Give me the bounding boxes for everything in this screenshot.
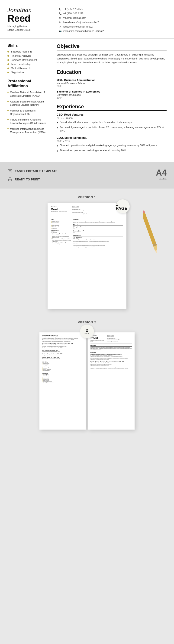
edit-icon xyxy=(8,169,13,174)
page1-badge: 1 PAGE xyxy=(116,200,130,213)
mini-body: Skills Strategic Planning Financial Anal… xyxy=(51,218,123,248)
skill-dot xyxy=(8,68,9,69)
v2-mini-header: Jonathan Reed Managing Partner, Stone Ca… xyxy=(91,335,132,344)
affiliation-dot xyxy=(8,101,9,102)
twitter-item: ✕ twitter.com/jonathan_reed2 xyxy=(58,25,166,28)
affiliation-dot xyxy=(8,119,9,120)
version1-label: VERSION 1 xyxy=(8,196,166,199)
skill-dot xyxy=(8,64,9,65)
version1-preview-wrap: 1 PAGE Jonathan Reed Managing Partner, S… xyxy=(8,203,166,309)
affiliation-item: Fellow, Institute of Chartered Financial… xyxy=(8,118,47,125)
skill-item: Market Research xyxy=(8,67,47,70)
skill-item: Negotiation xyxy=(8,71,47,74)
affiliation-dot xyxy=(8,110,9,111)
version2-label: VERSION 2 xyxy=(8,320,166,324)
skills-title: Skills xyxy=(8,43,47,48)
mini-contact-block: +1 (555) 123-4567 +1 (920) 205-6275 your… xyxy=(72,206,123,215)
objective-text: Entrepreneur and business strategist wit… xyxy=(57,53,166,64)
experience-section: Experience CEO, Reed Ventures 2012 - Pre… xyxy=(57,104,166,153)
version2-section: VERSION 2 2 PAGE Professional Affiliatio… xyxy=(0,316,174,439)
affiliation-item: Member, Entrepreneurs' Organization (EO) xyxy=(8,109,47,116)
twitter-icon: ✕ xyxy=(58,25,62,28)
version1-preview: 1 PAGE Jonathan Reed Managing Partner, S… xyxy=(48,203,126,309)
skill-dot xyxy=(8,72,9,73)
mini-name-block: Jonathan Reed Managing Partner, Stone Ca… xyxy=(51,206,72,215)
skill-item: Strategic Planning xyxy=(8,50,47,53)
skill-item: Team Leadership xyxy=(8,63,47,66)
skill-dot xyxy=(8,55,9,57)
bullet-dot: ● xyxy=(57,144,58,148)
exp-bullet: ● Streamlined processes, reducing operat… xyxy=(57,149,166,153)
exp-entry-1: CEO, Reed Ventures 2012 - Present ● Foun… xyxy=(57,113,166,133)
a4-badge: A4 SIZE xyxy=(156,169,166,181)
bullet-dot: ● xyxy=(57,126,58,133)
phone-icon: 📞 xyxy=(58,8,62,11)
linkedin-item: in linkedin.com/in/jonathanreedbiz2 xyxy=(58,20,166,24)
title-line: Managing Partner, Stone Capital Group xyxy=(8,25,54,32)
exp-bullet: ● Founded and led a venture capital firm… xyxy=(57,120,166,125)
skills-section: Skills Strategic Planning Financial Anal… xyxy=(8,43,47,74)
instagram-item: 📷 instagram.com/jonathanreed_official2 xyxy=(58,30,166,32)
badges-section: EASILY EDITABLE TEMPLATE READY TO PRINT … xyxy=(0,162,174,188)
resume-body: Skills Strategic Planning Financial Anal… xyxy=(0,39,174,162)
bullet-dot: ● xyxy=(57,121,58,125)
affiliation-dot xyxy=(8,128,9,129)
resume-header: Jonathan Reed Managing Partner, Stone Ca… xyxy=(0,0,174,39)
edu-entry-2: Bachelor of Science in Economics Univers… xyxy=(57,90,166,99)
editable-badge: EASILY EDITABLE TEMPLATE xyxy=(8,169,147,174)
education-title: Education xyxy=(57,69,166,76)
linkedin-icon: in xyxy=(58,20,62,24)
phone2-item: 📞 +1 (920) 205-6275 xyxy=(58,12,166,15)
resume-left-col: Skills Strategic Planning Financial Anal… xyxy=(0,43,51,162)
version1-section: VERSION 1 1 PAGE Jonathan xyxy=(0,188,174,316)
email-icon: ✉ xyxy=(58,16,62,20)
exp-entry-2: COO, MarketMinds Inc. 2008 - 2012 ● Dire… xyxy=(57,136,166,153)
name-script: Jonathan xyxy=(8,6,54,14)
bullet-dot: ● xyxy=(57,149,58,153)
version2-preview-wrap: 2 PAGE Professional Affiliations Managin… xyxy=(8,328,166,430)
svg-rect-7 xyxy=(143,210,157,248)
experience-title: Experience xyxy=(57,104,166,111)
name-bold: Reed xyxy=(8,14,54,23)
name-block: Jonathan Reed Managing Partner, Stone Ca… xyxy=(8,6,58,34)
objective-title: Objective xyxy=(57,43,166,50)
phone2-icon: 📞 xyxy=(58,12,62,15)
badge-row: EASILY EDITABLE TEMPLATE READY TO PRINT xyxy=(8,169,147,182)
print-icon xyxy=(8,177,13,182)
exp-bullet: ● Directed operations for a digital mark… xyxy=(57,144,166,148)
mini-left: Skills Strategic Planning Financial Anal… xyxy=(51,218,72,248)
mini-header: Jonathan Reed Managing Partner, Stone Ca… xyxy=(51,206,123,216)
affiliations-title: ProfessionalAffiliations xyxy=(8,79,47,88)
contact-block: 📞 +1 (555) 123-4567 📞 +1 (920) 205-6275 … xyxy=(58,6,166,34)
page2-badge: 2 PAGE xyxy=(80,324,94,338)
skill-dot xyxy=(8,59,9,61)
skill-item: Financial Analysis xyxy=(8,54,47,57)
resume-card: Jonathan Reed Managing Partner, Stone Ca… xyxy=(0,0,174,162)
contact-col-1: 📞 +1 (555) 123-4567 📞 +1 (920) 205-6275 … xyxy=(58,8,166,34)
skill-dot xyxy=(8,51,9,52)
education-section: Education MBA, Business Administration H… xyxy=(57,69,166,99)
affiliations-section: ProfessionalAffiliations Member, Nationa… xyxy=(8,79,47,134)
instagram-icon: 📷 xyxy=(58,30,62,32)
affiliation-item: Member, National Association of Corporat… xyxy=(8,91,47,98)
mini-resume-v1: Jonathan Reed Managing Partner, Stone Ca… xyxy=(51,206,123,248)
affiliation-item: Advisory Board Member, Global Business L… xyxy=(8,100,47,107)
phone1-item: 📞 +1 (555) 123-4567 xyxy=(58,8,166,11)
v2-page-left: Professional Affiliations Managing Partn… xyxy=(39,332,86,430)
v2-page-right: Jonathan Reed Managing Partner, Stone Ca… xyxy=(88,332,135,430)
pencil-decoration xyxy=(143,207,157,258)
resume-right-col: Objective Entrepreneur and business stra… xyxy=(51,43,174,162)
skill-item: Business Development xyxy=(8,58,47,61)
affiliation-item: Member, International Business Managemen… xyxy=(8,127,47,134)
mini-right: Objective Entrepreneur and business stra… xyxy=(73,218,123,248)
objective-section: Objective Entrepreneur and business stra… xyxy=(57,43,166,64)
email-item: ✉ yourmail@email.com xyxy=(58,16,166,20)
exp-bullet: ● Successfully managed a portfolio of ov… xyxy=(57,126,166,133)
affiliation-dot xyxy=(8,92,9,93)
print-badge: READY TO PRINT xyxy=(8,177,147,182)
edu-entry-1: MBA, Business Administration Harvard Bus… xyxy=(57,79,166,88)
